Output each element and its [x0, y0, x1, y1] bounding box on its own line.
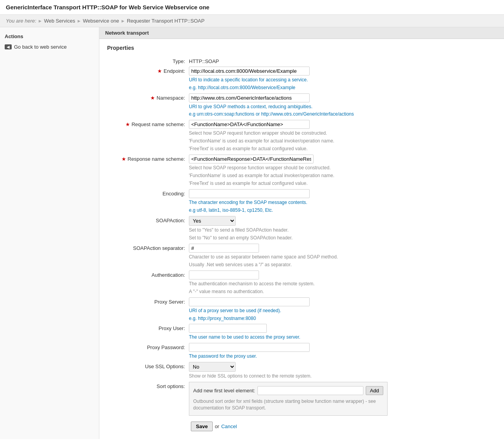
response-name-scheme-label: ★ Response name scheme: [107, 155, 189, 162]
namespace-help1: URI to give SOAP methods a context, redu… [189, 104, 442, 110]
response-name-scheme-row: ★ Response name scheme: Select how SOAP … [107, 155, 496, 187]
endpoint-row: ★ Endpoint: URI to indicate a specific l… [107, 67, 496, 91]
sort-options-area: Add new first level element: Add Outboun… [189, 382, 442, 416]
proxy-server-input[interactable] [189, 297, 310, 306]
soap-action-separator-input[interactable] [189, 244, 259, 253]
authentication-input[interactable] [189, 271, 259, 279]
proxy-user-label: Proxy User: [107, 324, 189, 331]
namespace-input-area: URI to give SOAP methods a context, redu… [189, 93, 442, 118]
sort-options-label: Sort options: [107, 382, 189, 389]
proxy-password-label: Proxy Password: [107, 343, 189, 350]
go-back-label: Go back to web service [14, 44, 67, 50]
soap-action-separator-row: SOAPAction separator: Character to use a… [107, 244, 496, 268]
main-layout: Actions ◀ Go back to web service Network… [0, 27, 504, 439]
proxy-server-help2: e.g. http://proxy_hostname:8080 [189, 315, 442, 322]
response-name-scheme-input-area: Select how SOAP response function wrappe… [189, 155, 442, 187]
request-name-scheme-help3: 'FreeText' is used as example for actual… [189, 145, 442, 152]
request-name-scheme-help1: Select how SOAP request function wrapper… [189, 130, 442, 137]
sidebar: Actions ◀ Go back to web service [0, 27, 99, 439]
cancel-link[interactable]: Cancel [221, 423, 237, 429]
response-name-scheme-help3: 'FreeText' is used as example for actual… [189, 180, 442, 187]
endpoint-input[interactable] [189, 67, 310, 76]
request-required-star: ★ [125, 121, 132, 127]
namespace-help2: e.g urn:otrs-com:soap:functions or http:… [189, 111, 442, 118]
endpoint-help1: URI to indicate a specific location for … [189, 77, 442, 83]
namespace-input[interactable] [189, 93, 310, 102]
authentication-input-area: The authentication mechanism to access t… [189, 271, 442, 295]
go-back-action[interactable]: ◀ Go back to web service [0, 42, 99, 52]
proxy-user-input-area: The user name to be used to access the p… [189, 324, 442, 341]
endpoint-label: ★ Endpoint: [107, 67, 189, 74]
ssl-options-row: Use SSL Options: No Yes Show or hide SSL… [107, 362, 496, 379]
proxy-password-row: Proxy Password: The password for the pro… [107, 343, 496, 360]
ssl-options-help: Show or hide SSL options to connect to t… [189, 372, 442, 379]
sort-options-note: Outbound sort order for xml fields (stru… [193, 398, 383, 411]
encoding-help2: e.g utf-8, latin1, iso-8859-1, cp1250, E… [189, 207, 442, 214]
main-content: Network transport Properties Type: HTTP:… [99, 27, 504, 439]
encoding-input[interactable] [189, 189, 310, 198]
soap-action-separator-label: SOAPAction separator: [107, 244, 189, 251]
authentication-row: Authentication: The authentication mecha… [107, 271, 496, 295]
breadcrumb: You are here: ► Web Services ► Webservic… [0, 15, 504, 27]
sidebar-title: Actions [0, 31, 99, 42]
proxy-server-input-area: URI of a proxy server to be used (if nee… [189, 297, 442, 322]
sort-options-inner: Add new first level element: Add [193, 386, 383, 395]
type-value-area: HTTP::SOAP [189, 57, 442, 64]
namespace-row: ★ Namespace: URI to give SOAP methods a … [107, 93, 496, 118]
breadcrumb-requester-transport: Requester Transport HTTP::SOAP [127, 18, 204, 24]
proxy-password-input[interactable] [189, 343, 310, 352]
proxy-user-row: Proxy User: The user name to be used to … [107, 324, 496, 341]
sort-options-box: Add new first level element: Add Outboun… [189, 382, 388, 416]
save-button[interactable]: Save [191, 422, 213, 431]
response-name-scheme-help1: Select how SOAP response function wrappe… [189, 164, 442, 171]
sort-options-add-button[interactable]: Add [366, 386, 383, 395]
namespace-required-star: ★ [150, 95, 157, 101]
endpoint-required-star: ★ [157, 68, 164, 74]
soap-action-separator-help2: Usually .Net web services uses a "/" as … [189, 261, 442, 268]
authentication-help1: The authentication mechanism to access t… [189, 280, 442, 287]
request-name-scheme-row: ★ Request name scheme: Select how SOAP r… [107, 120, 496, 152]
endpoint-help2: e.g. http://local.otrs.com:8000/Webservi… [189, 84, 442, 91]
proxy-user-input[interactable] [189, 324, 267, 333]
ssl-options-label: Use SSL Options: [107, 362, 189, 369]
encoding-help1: The character encoding for the SOAP mess… [189, 199, 442, 206]
type-row: Type: HTTP::SOAP [107, 57, 496, 64]
soap-action-help1: Set to "Yes" to send a filled SOAPAction… [189, 227, 442, 234]
sort-options-row: Sort options: Add new first level elemen… [107, 382, 496, 416]
response-name-scheme-input[interactable] [189, 155, 314, 163]
form-actions: Save or Cancel [107, 422, 496, 431]
page-title: GenericInterface Transport HTTP::SOAP fo… [0, 0, 504, 15]
breadcrumb-webservice-one[interactable]: Webservice one [83, 18, 119, 24]
request-name-scheme-input-area: Select how SOAP request function wrapper… [189, 120, 442, 152]
encoding-label: Encoding: [107, 189, 189, 197]
proxy-user-help: The user name to be used to access the p… [189, 334, 442, 341]
encoding-row: Encoding: The character encoding for the… [107, 189, 496, 214]
breadcrumb-arrow-3: ► [121, 18, 125, 24]
encoding-input-area: The character encoding for the SOAP mess… [189, 189, 442, 214]
ssl-options-input-area: No Yes Show or hide SSL options to conne… [189, 362, 442, 379]
request-name-scheme-input[interactable] [189, 120, 310, 129]
request-name-scheme-help2: 'FunctionName' is used as example for ac… [189, 137, 442, 144]
breadcrumb-web-services[interactable]: Web Services [44, 18, 75, 24]
back-arrow-icon: ◀ [5, 44, 12, 49]
breadcrumb-you-are-here: You are here: [6, 18, 36, 24]
soap-action-separator-input-area: Character to use as separator between na… [189, 244, 442, 268]
authentication-label: Authentication: [107, 271, 189, 278]
properties-section: Properties Type: HTTP::SOAP ★ Endpoint: … [99, 39, 504, 439]
breadcrumb-arrow-2: ► [77, 18, 81, 24]
soap-action-row: SOAPAction: Yes No Set to "Yes" to send … [107, 216, 496, 241]
add-first-level-label: Add new first level element: [193, 388, 255, 394]
proxy-server-row: Proxy Server: URI of a proxy server to b… [107, 297, 496, 322]
soap-action-separator-help1: Character to use as separator between na… [189, 253, 442, 260]
proxy-password-help: The password for the proxy user. [189, 353, 442, 360]
proxy-password-input-area: The password for the proxy user. [189, 343, 442, 360]
ssl-options-select[interactable]: No Yes [189, 362, 236, 372]
breadcrumb-arrow-1: ► [38, 18, 42, 24]
soap-action-select[interactable]: Yes No [189, 216, 236, 226]
proxy-server-help1: URI of a proxy server to be used (if nee… [189, 307, 442, 314]
endpoint-input-area: URI to indicate a specific location for … [189, 67, 442, 91]
soap-action-label: SOAPAction: [107, 216, 189, 223]
sort-options-input[interactable] [257, 386, 363, 395]
response-name-scheme-help2: 'FunctionName' is used as example for ac… [189, 172, 442, 179]
network-transport-header: Network transport [99, 27, 504, 39]
